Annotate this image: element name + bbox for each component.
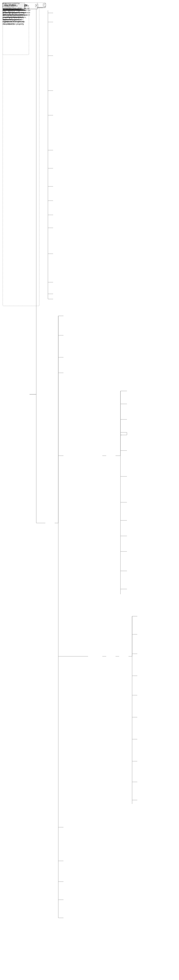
diagram-canvas: partMetaPropType A type representing the…	[3, 3, 176, 977]
elem-any-desc: Extension point for provider-defined pro…	[3, 3, 27, 12]
expand-icon[interactable]: +	[35, 5, 38, 7]
expand-icon[interactable]: −	[43, 4, 46, 6]
